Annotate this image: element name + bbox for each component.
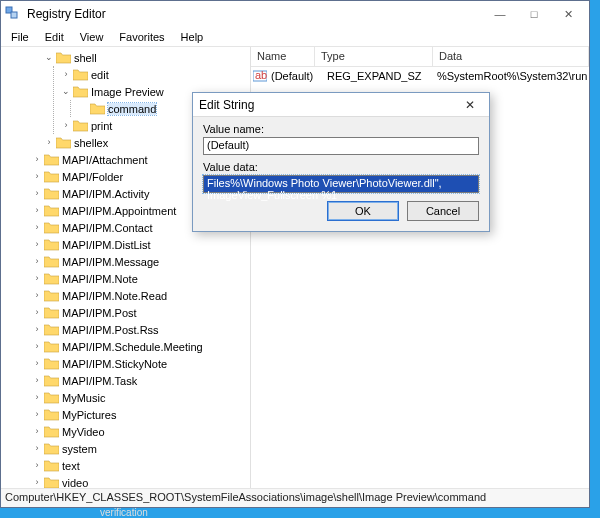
tree-node[interactable]: ›MAPI/IPM.Note.Read [31,287,250,304]
registry-editor-window: Registry Editor — □ ✕ File Edit View Fav… [0,0,590,508]
list-row-default[interactable]: (Default) REG_EXPAND_SZ %SystemRoot%\Sys… [251,67,589,85]
chevron-right-icon[interactable]: › [31,341,43,353]
chevron-right-icon[interactable]: › [31,426,43,438]
chevron-right-icon[interactable]: › [31,307,43,319]
app-icon [5,6,21,22]
folder-icon [44,357,59,370]
tree-node[interactable]: ›MAPI/IPM.DistList [31,236,250,253]
folder-icon [44,170,59,183]
chevron-right-icon[interactable]: › [31,273,43,285]
dialog-title: Edit String [199,98,457,112]
taskbar-hint: verification [100,507,148,518]
tree-node[interactable]: ›MAPI/IPM.Post [31,304,250,321]
folder-icon [44,442,59,455]
chevron-right-icon[interactable]: › [31,256,43,268]
value-name-input[interactable]: (Default) [203,137,479,155]
folder-icon [44,476,59,488]
chevron-right-icon[interactable]: › [31,239,43,251]
chevron-right-icon[interactable]: › [31,222,43,234]
chevron-right-icon[interactable]: › [31,409,43,421]
folder-icon [44,323,59,336]
folder-icon [73,119,88,132]
close-button[interactable]: ✕ [551,3,585,25]
folder-icon [44,204,59,217]
folder-icon [44,221,59,234]
folder-icon [44,340,59,353]
chevron-right-icon[interactable]: › [31,154,43,166]
cancel-button[interactable]: Cancel [407,201,479,221]
folder-icon [73,68,88,81]
chevron-right-icon[interactable]: › [31,324,43,336]
tree-node[interactable]: ›MyVideo [31,423,250,440]
window-title: Registry Editor [27,7,483,21]
tree-node[interactable]: ›MyPictures [31,406,250,423]
chevron-right-icon[interactable]: › [60,69,72,81]
chevron-right-icon[interactable]: › [60,120,72,132]
chevron-right-icon[interactable]: › [31,205,43,217]
chevron-right-icon[interactable]: › [31,358,43,370]
menu-view[interactable]: View [72,29,112,45]
folder-icon [44,374,59,387]
chevron-right-icon[interactable]: › [31,460,43,472]
folder-icon [44,187,59,200]
chevron-right-icon[interactable]: › [31,290,43,302]
menu-favorites[interactable]: Favorites [111,29,172,45]
tree-node-shell[interactable]: ⌄ shell [43,49,250,66]
folder-icon [44,459,59,472]
chevron-right-icon[interactable]: › [31,477,43,489]
chevron-right-icon[interactable]: › [43,137,55,149]
folder-icon [90,102,105,115]
chevron-down-icon[interactable]: ⌄ [43,52,55,64]
value-data-label: Value data: [203,161,479,173]
folder-icon [44,255,59,268]
folder-icon [44,238,59,251]
tree-node[interactable]: ›MAPI/IPM.Post.Rss [31,321,250,338]
dialog-close-button[interactable]: ✕ [457,98,483,112]
tree-node[interactable]: ›MAPI/IPM.Note [31,270,250,287]
edit-string-dialog: Edit String ✕ Value name: (Default) Valu… [192,92,490,232]
tree-node-edit[interactable]: › edit [60,66,250,83]
tree-node[interactable]: ›MyMusic [31,389,250,406]
folder-icon [56,136,71,149]
value-data: %SystemRoot%\System32\rundll32.exe "%Pro… [437,70,587,82]
value-name: (Default) [271,70,327,82]
chevron-right-icon[interactable]: › [31,443,43,455]
tree-node[interactable]: ›text [31,457,250,474]
folder-icon [56,51,71,64]
maximize-button[interactable]: □ [517,3,551,25]
tree-node[interactable]: ›MAPI/IPM.Message [31,253,250,270]
folder-icon [44,153,59,166]
folder-icon [44,408,59,421]
list-header[interactable]: Name Type Data [251,47,589,67]
col-data[interactable]: Data [433,47,589,66]
tree-node[interactable]: ›MAPI/IPM.Schedule.Meeting [31,338,250,355]
ok-button[interactable]: OK [327,201,399,221]
tree-node[interactable]: ›MAPI/IPM.Task [31,372,250,389]
folder-icon [44,272,59,285]
menu-edit[interactable]: Edit [37,29,72,45]
folder-icon [73,85,88,98]
value-data-input[interactable]: Files%\Windows Photo Viewer\PhotoViewer.… [203,175,479,193]
folder-icon [44,425,59,438]
dialog-titlebar[interactable]: Edit String ✕ [193,93,489,117]
tree-leaf [77,103,89,115]
titlebar[interactable]: Registry Editor — □ ✕ [1,1,589,27]
folder-icon [44,289,59,302]
tree-node[interactable]: ›MAPI/IPM.StickyNote [31,355,250,372]
tree-node[interactable]: ›video [31,474,250,488]
folder-icon [44,306,59,319]
tree-node[interactable]: ›system [31,440,250,457]
menubar: File Edit View Favorites Help [1,27,589,46]
value-name-label: Value name: [203,123,479,135]
chevron-down-icon[interactable]: ⌄ [60,86,72,98]
minimize-button[interactable]: — [483,3,517,25]
chevron-right-icon[interactable]: › [31,188,43,200]
menu-file[interactable]: File [3,29,37,45]
chevron-right-icon[interactable]: › [31,392,43,404]
chevron-right-icon[interactable]: › [31,375,43,387]
col-type[interactable]: Type [315,47,433,66]
value-type: REG_EXPAND_SZ [327,70,437,82]
chevron-right-icon[interactable]: › [31,171,43,183]
menu-help[interactable]: Help [173,29,212,45]
col-name[interactable]: Name [251,47,315,66]
